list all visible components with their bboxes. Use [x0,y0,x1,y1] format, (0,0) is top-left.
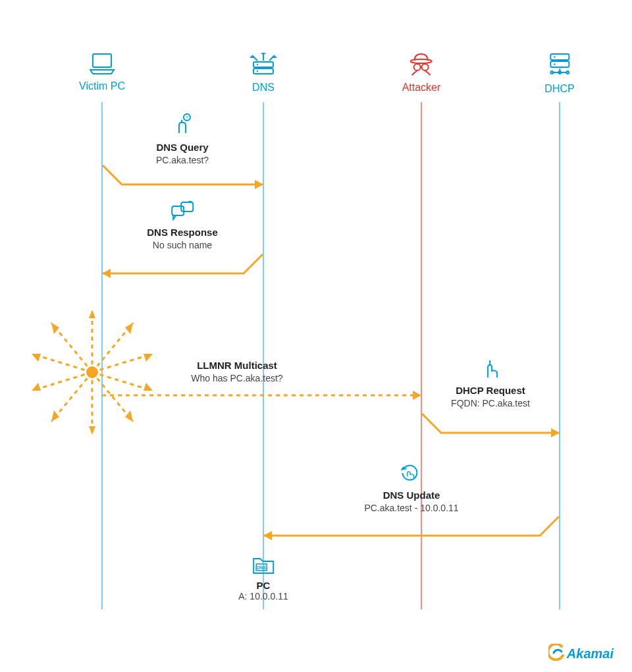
svg-marker-47 [51,323,59,334]
arrow-dhcp-request [421,413,560,446]
chat-bubbles-icon [147,201,218,223]
dhcp-server-icon [544,53,574,80]
msg-dns-response: DNS Response No such name [147,201,218,251]
actor-label: DNS [250,82,277,94]
svg-marker-38 [89,310,95,318]
svg-marker-52 [263,531,272,540]
svg-marker-41 [144,383,153,391]
svg-marker-2 [261,53,266,54]
laptop-icon [79,53,125,78]
svg-marker-39 [125,323,133,334]
arrow-dns-response [102,254,263,287]
svg-line-29 [92,323,133,372]
msg-title: LLMNR Multicast [191,359,282,372]
multicast-burst-icon [20,300,165,445]
svg-marker-44 [51,410,59,422]
svg-line-34 [51,372,92,422]
brand-text: Akamai [567,646,614,661]
svg-point-15 [554,63,555,65]
msg-title: DNS Update [364,489,458,502]
svg-marker-45 [32,383,41,391]
svg-line-36 [32,354,92,372]
svg-point-6 [257,64,258,65]
hand-pointer-icon [451,359,530,381]
svg-line-37 [51,323,92,372]
attacker-spy-icon [402,53,441,79]
msg-subtitle: PC.aka.test? [156,154,209,166]
brand-logo: Akamai [548,644,614,664]
actor-label: Victim PC [79,80,125,92]
arrow-llmnr [102,391,421,405]
svg-rect-12 [550,54,569,60]
svg-point-9 [414,64,421,70]
svg-rect-13 [550,61,569,67]
msg-dns-query: ? DNS Query PC.aka.test? [156,113,209,166]
svg-line-30 [92,354,153,372]
msg-title: DNS Response [147,226,218,239]
svg-marker-23 [255,180,263,189]
svg-marker-42 [125,410,133,422]
svg-rect-4 [253,62,273,67]
svg-marker-49 [413,391,421,400]
arrow-dns-query [102,165,263,198]
svg-point-8 [411,59,432,63]
svg-marker-50 [551,428,560,437]
svg-text:?: ? [186,115,188,120]
actor-dns: DNS [250,53,277,94]
svg-text:DNS: DNS [257,565,266,570]
svg-point-10 [422,64,429,70]
svg-point-7 [257,70,258,72]
msg-llmnr-multicast: LLMNR Multicast Who has PC.aka.test? [191,359,282,384]
svg-marker-46 [32,354,41,362]
actor-dhcp: DHCP [544,53,574,95]
wave-icon [548,644,566,664]
msg-title: DHCP Request [451,384,530,397]
svg-rect-5 [253,69,273,74]
svg-marker-40 [144,354,153,362]
msg-subtitle: FQDN: PC.aka.test [451,397,530,409]
msg-dhcp-request: DHCP Request FQDN: PC.aka.test [451,359,530,409]
dns-server-icon [250,53,277,79]
msg-subtitle: No such name [147,239,218,251]
actor-attacker: Attacker [402,53,441,94]
arrow-dns-update [263,516,560,549]
dns-record-a: A: 10.0.0.11 [238,591,288,602]
hand-question-icon: ? [156,113,209,138]
svg-line-35 [32,372,92,391]
actor-label: DHCP [544,83,574,95]
svg-rect-0 [93,54,111,67]
actor-label: Attacker [402,82,441,94]
msg-title: DNS Query [156,141,209,154]
msg-dns-update: DNS Update PC.aka.test - 10.0.0.11 [364,461,458,514]
actor-victim-pc: Victim PC [79,53,125,92]
msg-subtitle: PC.aka.test - 10.0.0.11 [364,502,458,514]
svg-marker-26 [102,269,111,278]
svg-line-31 [92,372,153,391]
dns-file-icon: DNS [238,553,288,577]
svg-marker-43 [89,426,95,435]
dns-record-name: PC [238,580,288,591]
dns-record-result: DNS PC A: 10.0.0.11 [238,553,288,602]
hand-refresh-icon [364,461,458,486]
svg-point-14 [554,56,555,57]
msg-subtitle: Who has PC.aka.test? [191,372,282,384]
